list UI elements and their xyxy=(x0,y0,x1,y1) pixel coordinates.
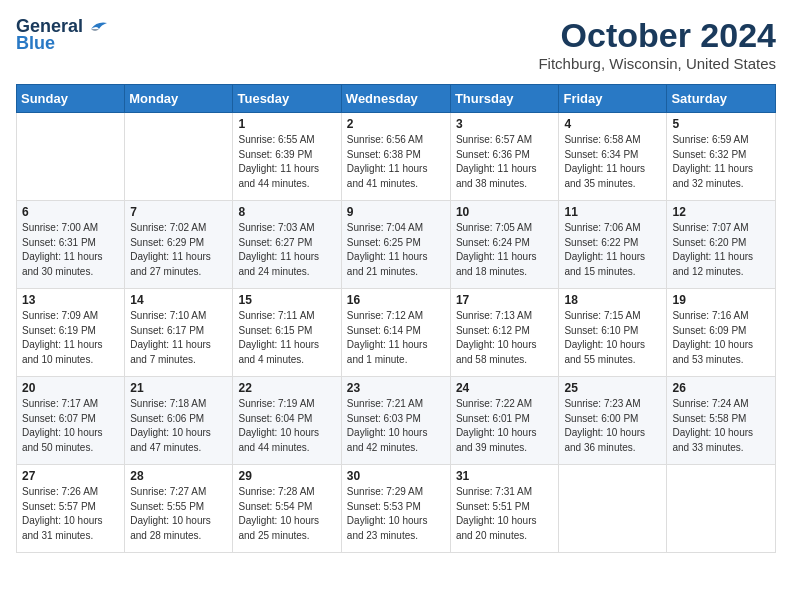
day-number: 19 xyxy=(672,293,770,307)
calendar-cell: 15Sunrise: 7:11 AM Sunset: 6:15 PM Dayli… xyxy=(233,289,341,377)
day-info: Sunrise: 7:27 AM Sunset: 5:55 PM Dayligh… xyxy=(130,485,227,543)
day-number: 14 xyxy=(130,293,227,307)
calendar-cell: 3Sunrise: 6:57 AM Sunset: 6:36 PM Daylig… xyxy=(450,113,559,201)
day-number: 8 xyxy=(238,205,335,219)
day-number: 16 xyxy=(347,293,445,307)
day-number: 17 xyxy=(456,293,554,307)
day-info: Sunrise: 7:11 AM Sunset: 6:15 PM Dayligh… xyxy=(238,309,335,367)
calendar-week-4: 20Sunrise: 7:17 AM Sunset: 6:07 PM Dayli… xyxy=(17,377,776,465)
day-number: 25 xyxy=(564,381,661,395)
calendar-cell: 4Sunrise: 6:58 AM Sunset: 6:34 PM Daylig… xyxy=(559,113,667,201)
calendar-cell: 10Sunrise: 7:05 AM Sunset: 6:24 PM Dayli… xyxy=(450,201,559,289)
day-number: 13 xyxy=(22,293,119,307)
day-info: Sunrise: 7:18 AM Sunset: 6:06 PM Dayligh… xyxy=(130,397,227,455)
calendar-cell: 27Sunrise: 7:26 AM Sunset: 5:57 PM Dayli… xyxy=(17,465,125,553)
day-number: 4 xyxy=(564,117,661,131)
day-info: Sunrise: 6:58 AM Sunset: 6:34 PM Dayligh… xyxy=(564,133,661,191)
day-info: Sunrise: 7:28 AM Sunset: 5:54 PM Dayligh… xyxy=(238,485,335,543)
day-header-tuesday: Tuesday xyxy=(233,85,341,113)
day-header-wednesday: Wednesday xyxy=(341,85,450,113)
day-number: 1 xyxy=(238,117,335,131)
day-info: Sunrise: 7:15 AM Sunset: 6:10 PM Dayligh… xyxy=(564,309,661,367)
day-number: 23 xyxy=(347,381,445,395)
calendar-cell: 8Sunrise: 7:03 AM Sunset: 6:27 PM Daylig… xyxy=(233,201,341,289)
calendar-cell: 1Sunrise: 6:55 AM Sunset: 6:39 PM Daylig… xyxy=(233,113,341,201)
logo: General Blue xyxy=(16,16,109,54)
calendar-cell: 9Sunrise: 7:04 AM Sunset: 6:25 PM Daylig… xyxy=(341,201,450,289)
calendar-header-row: SundayMondayTuesdayWednesdayThursdayFrid… xyxy=(17,85,776,113)
day-info: Sunrise: 7:02 AM Sunset: 6:29 PM Dayligh… xyxy=(130,221,227,279)
day-info: Sunrise: 7:05 AM Sunset: 6:24 PM Dayligh… xyxy=(456,221,554,279)
day-number: 20 xyxy=(22,381,119,395)
day-info: Sunrise: 7:13 AM Sunset: 6:12 PM Dayligh… xyxy=(456,309,554,367)
page-header: General Blue October 2024 Fitchburg, Wis… xyxy=(16,16,776,72)
calendar-cell: 31Sunrise: 7:31 AM Sunset: 5:51 PM Dayli… xyxy=(450,465,559,553)
calendar-cell: 24Sunrise: 7:22 AM Sunset: 6:01 PM Dayli… xyxy=(450,377,559,465)
day-header-friday: Friday xyxy=(559,85,667,113)
calendar-cell: 26Sunrise: 7:24 AM Sunset: 5:58 PM Dayli… xyxy=(667,377,776,465)
day-info: Sunrise: 7:29 AM Sunset: 5:53 PM Dayligh… xyxy=(347,485,445,543)
day-number: 22 xyxy=(238,381,335,395)
day-number: 15 xyxy=(238,293,335,307)
day-info: Sunrise: 7:31 AM Sunset: 5:51 PM Dayligh… xyxy=(456,485,554,543)
day-info: Sunrise: 6:56 AM Sunset: 6:38 PM Dayligh… xyxy=(347,133,445,191)
calendar-cell xyxy=(667,465,776,553)
calendar-cell: 14Sunrise: 7:10 AM Sunset: 6:17 PM Dayli… xyxy=(125,289,233,377)
calendar-cell: 28Sunrise: 7:27 AM Sunset: 5:55 PM Dayli… xyxy=(125,465,233,553)
day-header-thursday: Thursday xyxy=(450,85,559,113)
calendar-week-1: 1Sunrise: 6:55 AM Sunset: 6:39 PM Daylig… xyxy=(17,113,776,201)
day-info: Sunrise: 7:09 AM Sunset: 6:19 PM Dayligh… xyxy=(22,309,119,367)
calendar-cell: 19Sunrise: 7:16 AM Sunset: 6:09 PM Dayli… xyxy=(667,289,776,377)
day-header-monday: Monday xyxy=(125,85,233,113)
day-number: 26 xyxy=(672,381,770,395)
day-info: Sunrise: 7:10 AM Sunset: 6:17 PM Dayligh… xyxy=(130,309,227,367)
day-info: Sunrise: 7:12 AM Sunset: 6:14 PM Dayligh… xyxy=(347,309,445,367)
day-info: Sunrise: 7:03 AM Sunset: 6:27 PM Dayligh… xyxy=(238,221,335,279)
calendar-cell xyxy=(17,113,125,201)
day-info: Sunrise: 6:55 AM Sunset: 6:39 PM Dayligh… xyxy=(238,133,335,191)
day-number: 31 xyxy=(456,469,554,483)
day-number: 24 xyxy=(456,381,554,395)
day-info: Sunrise: 7:00 AM Sunset: 6:31 PM Dayligh… xyxy=(22,221,119,279)
day-info: Sunrise: 7:07 AM Sunset: 6:20 PM Dayligh… xyxy=(672,221,770,279)
day-info: Sunrise: 7:24 AM Sunset: 5:58 PM Dayligh… xyxy=(672,397,770,455)
day-number: 28 xyxy=(130,469,227,483)
day-number: 30 xyxy=(347,469,445,483)
day-number: 6 xyxy=(22,205,119,219)
day-info: Sunrise: 7:06 AM Sunset: 6:22 PM Dayligh… xyxy=(564,221,661,279)
calendar-cell: 22Sunrise: 7:19 AM Sunset: 6:04 PM Dayli… xyxy=(233,377,341,465)
logo-blue-text: Blue xyxy=(16,33,55,54)
calendar-cell: 17Sunrise: 7:13 AM Sunset: 6:12 PM Dayli… xyxy=(450,289,559,377)
calendar-cell: 16Sunrise: 7:12 AM Sunset: 6:14 PM Dayli… xyxy=(341,289,450,377)
calendar-cell: 13Sunrise: 7:09 AM Sunset: 6:19 PM Dayli… xyxy=(17,289,125,377)
day-number: 18 xyxy=(564,293,661,307)
logo-bird-icon xyxy=(87,19,109,35)
calendar-week-3: 13Sunrise: 7:09 AM Sunset: 6:19 PM Dayli… xyxy=(17,289,776,377)
day-info: Sunrise: 7:04 AM Sunset: 6:25 PM Dayligh… xyxy=(347,221,445,279)
calendar-cell: 7Sunrise: 7:02 AM Sunset: 6:29 PM Daylig… xyxy=(125,201,233,289)
day-number: 29 xyxy=(238,469,335,483)
calendar-week-5: 27Sunrise: 7:26 AM Sunset: 5:57 PM Dayli… xyxy=(17,465,776,553)
day-info: Sunrise: 7:22 AM Sunset: 6:01 PM Dayligh… xyxy=(456,397,554,455)
day-number: 11 xyxy=(564,205,661,219)
day-number: 27 xyxy=(22,469,119,483)
day-info: Sunrise: 6:59 AM Sunset: 6:32 PM Dayligh… xyxy=(672,133,770,191)
calendar-cell: 6Sunrise: 7:00 AM Sunset: 6:31 PM Daylig… xyxy=(17,201,125,289)
day-number: 12 xyxy=(672,205,770,219)
title-block: October 2024 Fitchburg, Wisconsin, Unite… xyxy=(538,16,776,72)
day-number: 3 xyxy=(456,117,554,131)
calendar-cell: 11Sunrise: 7:06 AM Sunset: 6:22 PM Dayli… xyxy=(559,201,667,289)
day-header-sunday: Sunday xyxy=(17,85,125,113)
calendar-cell: 21Sunrise: 7:18 AM Sunset: 6:06 PM Dayli… xyxy=(125,377,233,465)
calendar-cell: 23Sunrise: 7:21 AM Sunset: 6:03 PM Dayli… xyxy=(341,377,450,465)
location-title: Fitchburg, Wisconsin, United States xyxy=(538,55,776,72)
day-info: Sunrise: 6:57 AM Sunset: 6:36 PM Dayligh… xyxy=(456,133,554,191)
day-info: Sunrise: 7:26 AM Sunset: 5:57 PM Dayligh… xyxy=(22,485,119,543)
day-header-saturday: Saturday xyxy=(667,85,776,113)
calendar-cell: 25Sunrise: 7:23 AM Sunset: 6:00 PM Dayli… xyxy=(559,377,667,465)
day-info: Sunrise: 7:17 AM Sunset: 6:07 PM Dayligh… xyxy=(22,397,119,455)
day-number: 10 xyxy=(456,205,554,219)
day-info: Sunrise: 7:19 AM Sunset: 6:04 PM Dayligh… xyxy=(238,397,335,455)
calendar-week-2: 6Sunrise: 7:00 AM Sunset: 6:31 PM Daylig… xyxy=(17,201,776,289)
calendar-cell: 18Sunrise: 7:15 AM Sunset: 6:10 PM Dayli… xyxy=(559,289,667,377)
